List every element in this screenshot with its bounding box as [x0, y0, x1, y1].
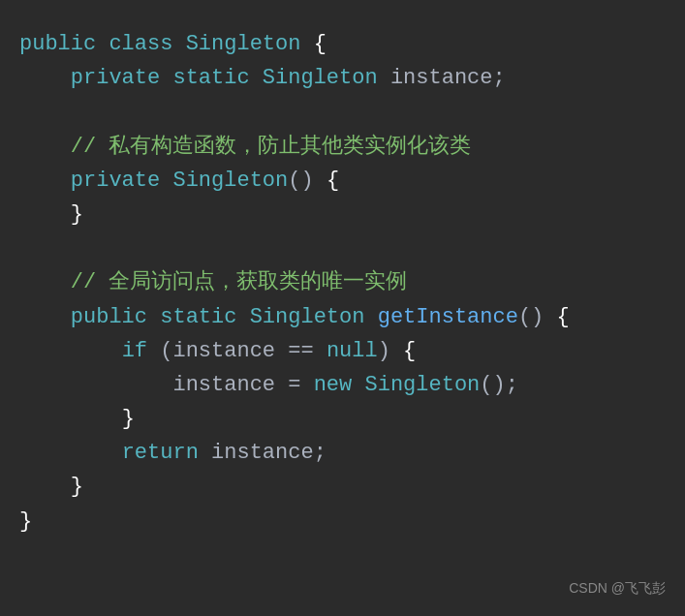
code-line-1: public class Singleton {: [19, 27, 656, 61]
code-line-9: public static Singleton getInstance() {: [19, 300, 656, 334]
code-line-7: [19, 231, 656, 265]
code-line-2: private static Singleton instance;: [19, 61, 656, 95]
code-line-10: if (instance == null) {: [19, 334, 656, 368]
code-line-5: private Singleton() {: [19, 164, 656, 198]
code-line-14: }: [19, 470, 656, 504]
code-line-12: }: [19, 402, 656, 436]
watermark: CSDN @飞飞彭: [569, 577, 666, 599]
code-line-15: }: [19, 505, 656, 539]
code-line-3: [19, 95, 656, 129]
code-line-13: return instance;: [19, 436, 656, 470]
code-block: public class Singleton { private static …: [0, 0, 685, 616]
code-line-6: }: [19, 198, 656, 231]
code-line-11: instance = new Singleton();: [19, 368, 656, 402]
code-line-8: // 全局访问点，获取类的唯一实例: [19, 265, 656, 299]
code-line-4: // 私有构造函数，防止其他类实例化该类: [19, 130, 656, 164]
